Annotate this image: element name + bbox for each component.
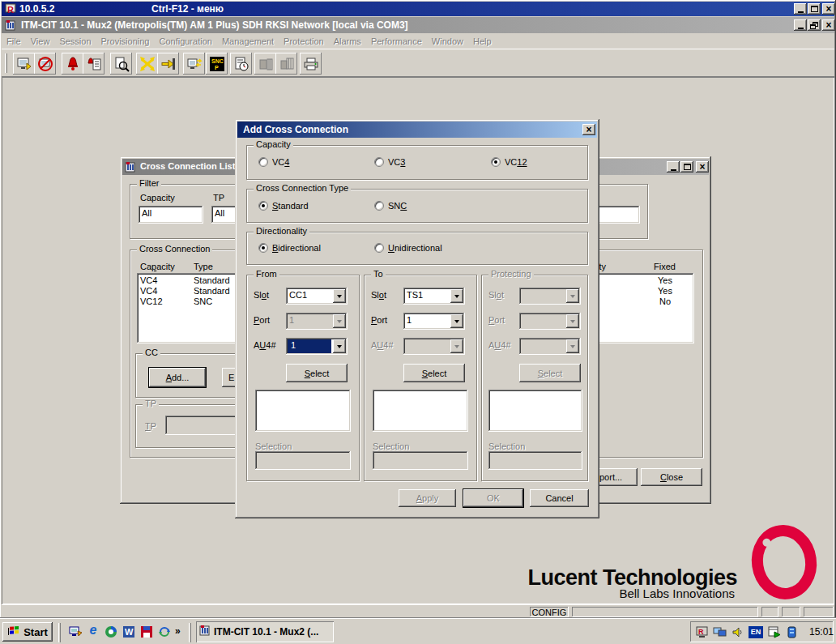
toolbar-grip[interactable] (5, 53, 7, 73)
cross-connect-icon[interactable] (136, 53, 158, 75)
close-list-button[interactable]: Close (641, 468, 702, 486)
alarm-log-icon[interactable] (83, 53, 104, 75)
from-selection-field (255, 451, 351, 470)
radio-circle (374, 243, 384, 253)
performance-icon[interactable] (230, 53, 252, 75)
row-capacity[interactable]: VC4 (140, 275, 157, 285)
to-port-combo[interactable]: 1 (403, 313, 465, 330)
app-icon (5, 19, 16, 34)
capacity-legend: Capacity (254, 139, 293, 149)
row-capacity[interactable]: VC12 (140, 296, 163, 306)
radio-vc3[interactable]: VC3 (374, 157, 405, 167)
list-minimize-button[interactable] (667, 161, 680, 173)
row-type[interactable]: Standard (194, 275, 230, 285)
menu-window[interactable]: Window (427, 34, 468, 49)
filter-capacity-field[interactable]: All (139, 206, 203, 224)
tray-scheduler-icon[interactable] (767, 625, 781, 638)
menu-performance[interactable]: Performance (366, 34, 427, 49)
quicklaunch-desktop-icon[interactable] (68, 625, 83, 639)
to-listbox[interactable] (373, 390, 468, 432)
from-slot-combo[interactable]: CC1 (286, 288, 348, 305)
menu-file[interactable]: File (2, 34, 26, 49)
tp-label: TP (145, 421, 156, 431)
radio-snc[interactable]: SNC (374, 201, 407, 211)
remote-ip: 10.0.5.2 (19, 3, 54, 15)
start-button[interactable]: Start (2, 622, 53, 642)
row-fixed[interactable]: No (659, 296, 671, 306)
radmin-icon: R (5, 3, 16, 18)
quicklaunch-overflow-chevron[interactable]: » (175, 625, 181, 637)
sncp-icon[interactable]: SNCP (206, 53, 228, 75)
radio-vc4[interactable]: VC4 (258, 157, 289, 167)
chevron-down-icon[interactable] (450, 289, 463, 303)
radio-circle (374, 201, 384, 211)
quicklaunch-word-icon[interactable]: W (122, 625, 136, 639)
alarm-list-icon[interactable] (62, 53, 83, 75)
from-listbox[interactable] (255, 390, 351, 432)
add-button[interactable]: Add... (149, 368, 206, 387)
tray-radmin-icon[interactable]: R (695, 625, 709, 638)
quicklaunch-save-icon[interactable] (139, 625, 154, 639)
from-group: From Slot CC1 Port 1 AU4# 1 Select Selec… (246, 275, 360, 481)
to-slot-combo[interactable]: TS1 (403, 288, 465, 305)
tray-language-indicator[interactable]: EN (749, 626, 763, 638)
radio-vc12[interactable]: VC12 (491, 157, 527, 167)
taskbar: Start e W » ITM-CIT 10.1 - Mux2 (... (0, 618, 836, 644)
from-au4-combo[interactable]: 1 (286, 338, 348, 355)
radio-bidirectional[interactable]: Bidirectional (258, 243, 321, 253)
menu-provisioning[interactable]: Provisioning (96, 34, 155, 49)
quicklaunch-internet-explorer-icon[interactable]: e (86, 623, 100, 638)
app-close-button[interactable]: × (822, 19, 835, 31)
print-icon[interactable] (300, 53, 322, 75)
protecting-au4-label: AU4# (488, 340, 511, 350)
quicklaunch-messenger-icon[interactable] (104, 625, 118, 639)
row-fixed[interactable]: Yes (658, 275, 672, 285)
to-port-label: Port (371, 315, 387, 325)
radio-unidirectional[interactable]: Unidirectional (374, 243, 442, 253)
from-select-button[interactable]: Select (286, 364, 348, 382)
protecting-au4-combo (519, 338, 581, 355)
radio-standard[interactable]: Standard (258, 201, 309, 211)
row-capacity[interactable]: VC4 (140, 286, 157, 296)
to-legend: To (371, 269, 386, 279)
filter-legend: Filter (137, 178, 161, 188)
menu-session[interactable]: Session (54, 34, 96, 49)
row-fixed[interactable]: Yes (658, 286, 672, 296)
menu-alarms[interactable]: Alarms (329, 34, 366, 49)
tray-volume-icon[interactable] (731, 625, 744, 638)
svg-text:R: R (698, 628, 704, 636)
maximize-button[interactable] (808, 3, 821, 15)
ok-button: OK (463, 489, 523, 507)
login-icon[interactable] (157, 53, 179, 75)
tray-clock[interactable]: 15:01 (809, 626, 834, 638)
row-type[interactable]: SNC (194, 296, 212, 306)
tray-ups-icon[interactable] (785, 625, 799, 638)
app-minimize-button[interactable] (794, 19, 807, 31)
chevron-down-icon[interactable] (450, 314, 463, 328)
minimize-button[interactable] (794, 3, 807, 15)
tp-legend: TP (143, 399, 159, 408)
close-button[interactable]: × (822, 3, 835, 15)
app-restore-button[interactable] (808, 19, 821, 31)
menu-management[interactable]: Management (217, 34, 279, 49)
tray-network-icon[interactable] (713, 625, 727, 638)
system-tray: R EN 15:01 (690, 621, 834, 642)
dialog-close-button[interactable]: × (582, 124, 595, 135)
row-type[interactable]: Standard (194, 286, 230, 296)
menu-protection[interactable]: Protection (279, 34, 329, 49)
list-maximize-button[interactable] (680, 161, 693, 173)
menu-configuration[interactable]: Configuration (154, 34, 216, 49)
quicklaunch-sync-icon[interactable] (157, 625, 172, 639)
menu-help[interactable]: Help (468, 34, 497, 49)
menu-view[interactable]: View (26, 34, 55, 49)
taskbar-task-button[interactable]: ITM-CIT 10.1 - Mux2 (... (196, 621, 334, 642)
chevron-down-icon[interactable] (333, 289, 346, 303)
chevron-down-icon[interactable] (333, 339, 346, 353)
list-close-button[interactable]: × (696, 161, 709, 173)
inspect-icon[interactable] (110, 53, 132, 75)
network-element-icon[interactable] (183, 53, 205, 75)
to-select-button[interactable]: Select (403, 364, 465, 382)
connect-icon[interactable] (13, 53, 35, 75)
cancel-button[interactable]: Cancel (530, 489, 589, 507)
disconnect-icon[interactable] (34, 53, 56, 75)
